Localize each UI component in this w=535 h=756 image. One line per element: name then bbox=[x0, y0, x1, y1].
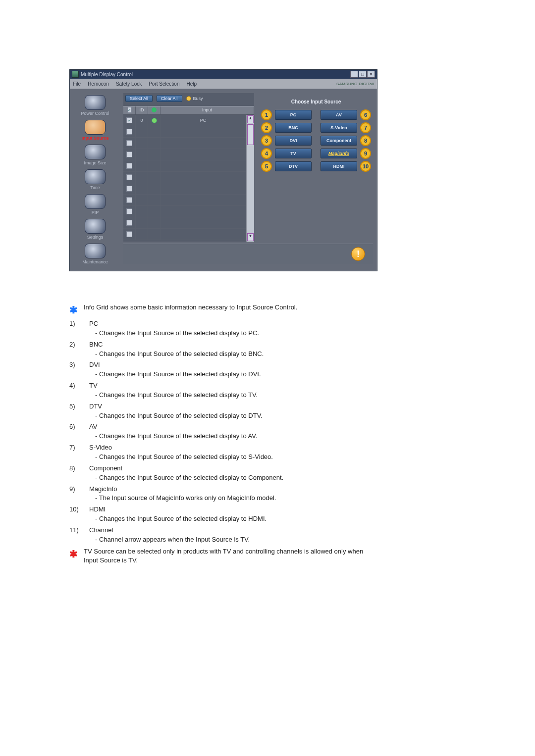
scrollbar[interactable]: ▲ ▼ bbox=[246, 115, 254, 242]
src-btn-bnc[interactable]: BNC bbox=[275, 123, 312, 133]
doc-item-num: 3) bbox=[69, 360, 89, 370]
src-btn-dvi[interactable]: DVI bbox=[275, 136, 312, 146]
row-id bbox=[136, 229, 148, 240]
minimize-button[interactable]: _ bbox=[350, 71, 358, 78]
sidebar-item-maintenance[interactable]: Maintenance bbox=[75, 243, 115, 264]
maintenance-icon bbox=[85, 244, 106, 258]
sidebar-item-time[interactable]: Time bbox=[75, 168, 115, 190]
menubar: File Remocon Safety Lock Port Selection … bbox=[70, 79, 377, 89]
table-row[interactable] bbox=[123, 217, 246, 229]
input-source-icon bbox=[85, 120, 106, 135]
row-id: 0 bbox=[136, 115, 148, 126]
row-checkbox[interactable] bbox=[126, 174, 132, 180]
row-input: PC bbox=[160, 115, 246, 126]
app-icon bbox=[72, 71, 79, 78]
table-row[interactable] bbox=[123, 172, 246, 183]
table-row[interactable] bbox=[123, 149, 246, 160]
src-btn-s-video[interactable]: S-Video bbox=[321, 123, 357, 133]
scroll-thumb[interactable] bbox=[247, 124, 254, 145]
row-checkbox[interactable] bbox=[126, 220, 132, 226]
menu-help[interactable]: Help bbox=[186, 81, 197, 87]
busy-indicator: Busy bbox=[186, 95, 203, 102]
table-row[interactable] bbox=[123, 183, 246, 195]
doc-item-label: HDMI bbox=[89, 505, 267, 514]
row-input bbox=[160, 206, 246, 217]
sidebar-item-power-control[interactable]: Power Control bbox=[75, 94, 115, 116]
row-id bbox=[136, 172, 148, 183]
src-btn-av[interactable]: AV bbox=[321, 110, 357, 120]
src-btn-tv[interactable]: TV bbox=[275, 149, 312, 158]
callout-5: 5 bbox=[261, 161, 272, 172]
row-checkbox[interactable] bbox=[126, 117, 132, 123]
row-checkbox[interactable] bbox=[126, 186, 132, 192]
time-icon bbox=[85, 169, 106, 184]
pip-icon bbox=[85, 194, 106, 209]
doc-item-label: DTV bbox=[89, 402, 263, 411]
input-source-panel: Choose Input Source 1PCAV62BNCS-Video73D… bbox=[259, 93, 373, 242]
doc-item: 8)Component- Changes the Input Source of… bbox=[69, 463, 367, 484]
row-id bbox=[136, 149, 148, 160]
menu-remocon[interactable]: Remocon bbox=[88, 81, 109, 87]
src-btn-magicinfo[interactable]: MagicInfo bbox=[321, 149, 357, 158]
row-checkbox[interactable] bbox=[126, 208, 132, 214]
menu-file[interactable]: File bbox=[73, 81, 81, 87]
doc-item: 6)AV- Changes the Input Source of the se… bbox=[69, 421, 367, 442]
callout-1: 1 bbox=[261, 109, 272, 120]
doc-item: 11)Channel- Channel arrow appears when t… bbox=[69, 525, 367, 546]
scroll-up-icon[interactable]: ▲ bbox=[247, 115, 254, 123]
doc-item-num: 6) bbox=[69, 422, 89, 432]
busy-label: Busy bbox=[193, 96, 203, 101]
row-input bbox=[160, 138, 246, 149]
clear-all-button[interactable]: Clear All bbox=[157, 95, 182, 102]
row-checkbox[interactable] bbox=[126, 140, 132, 146]
table-row[interactable] bbox=[123, 195, 246, 206]
close-button[interactable]: × bbox=[367, 71, 375, 78]
menu-safety-lock[interactable]: Safety Lock bbox=[116, 81, 142, 87]
sidebar-item-image-size[interactable]: Image Size bbox=[75, 144, 115, 165]
doc-item-label: Channel bbox=[89, 526, 250, 535]
doc-item: 4)TV- Changes the Input Source of the se… bbox=[69, 380, 367, 401]
row-input bbox=[160, 126, 246, 137]
header-checkbox[interactable] bbox=[127, 107, 132, 113]
table-row[interactable] bbox=[123, 126, 246, 138]
doc-item-desc: - Changes the Input Source of the select… bbox=[89, 391, 258, 400]
row-checkbox[interactable] bbox=[126, 197, 132, 203]
panel-title: Choose Input Source bbox=[259, 93, 373, 109]
src-btn-dtv[interactable]: DTV bbox=[275, 161, 312, 171]
table-row[interactable]: 0PC bbox=[123, 115, 246, 126]
doc-item-desc: - Changes the Input Source of the select… bbox=[89, 350, 264, 359]
callout-3: 3 bbox=[261, 135, 272, 146]
sidebar: Power Control Input Source Image Size Ti… bbox=[70, 89, 120, 271]
row-checkbox[interactable] bbox=[126, 129, 132, 135]
maximize-button[interactable]: □ bbox=[359, 71, 367, 78]
row-id bbox=[136, 206, 148, 217]
doc-item-desc: - The Input source of MagicInfo works on… bbox=[89, 494, 276, 503]
sidebar-item-settings[interactable]: Settings bbox=[75, 218, 115, 240]
row-status bbox=[148, 160, 160, 171]
sidebar-item-label: Power Control bbox=[81, 111, 109, 116]
menu-port-selection[interactable]: Port Selection bbox=[149, 81, 179, 87]
busy-dot-icon bbox=[186, 96, 191, 101]
doc-text: ✱ Info Grid shows some basic information… bbox=[69, 303, 367, 565]
sidebar-item-pip[interactable]: PIP bbox=[75, 193, 115, 215]
brand-label: SAMSUNG DIGITall bbox=[336, 82, 374, 86]
table-row[interactable] bbox=[123, 138, 246, 149]
row-checkbox[interactable] bbox=[126, 163, 132, 169]
row-status bbox=[148, 115, 160, 126]
src-btn-component[interactable]: Component bbox=[321, 136, 357, 146]
sidebar-item-label: PIP bbox=[92, 210, 99, 215]
table-row[interactable] bbox=[123, 229, 246, 240]
row-checkbox[interactable] bbox=[126, 231, 132, 237]
table-row[interactable] bbox=[123, 160, 246, 172]
image-size-icon bbox=[85, 145, 106, 159]
select-all-button[interactable]: Select All bbox=[125, 95, 153, 102]
power-icon bbox=[85, 95, 106, 110]
table-row[interactable] bbox=[123, 206, 246, 217]
scroll-down-icon[interactable]: ▼ bbox=[247, 233, 254, 241]
callout-7: 7 bbox=[360, 122, 371, 133]
src-btn-hdmi[interactable]: HDMI bbox=[321, 161, 357, 171]
row-id bbox=[136, 217, 148, 228]
src-btn-pc[interactable]: PC bbox=[275, 110, 312, 120]
sidebar-item-input-source[interactable]: Input Source bbox=[75, 119, 115, 141]
row-checkbox[interactable] bbox=[126, 151, 132, 157]
